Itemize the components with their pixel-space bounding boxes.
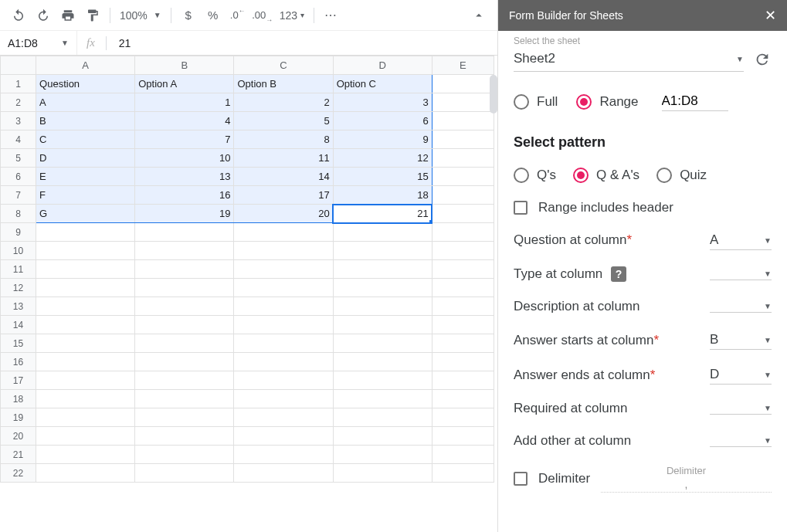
cell-D2[interactable]: 3 bbox=[333, 93, 432, 112]
cell-C15[interactable] bbox=[234, 334, 333, 353]
col-header-B[interactable]: B bbox=[135, 56, 234, 75]
row-header-3[interactable]: 3 bbox=[1, 112, 36, 130]
cell-B2[interactable]: 1 bbox=[135, 93, 234, 112]
cell-C19[interactable] bbox=[234, 408, 333, 427]
cell-D11[interactable] bbox=[333, 260, 432, 279]
col-header-D[interactable]: D bbox=[333, 56, 432, 75]
col-header-A[interactable]: A bbox=[36, 56, 135, 75]
help-icon[interactable]: ? bbox=[611, 266, 626, 282]
cell-A10[interactable] bbox=[36, 242, 135, 260]
row-header-12[interactable]: 12 bbox=[1, 279, 36, 297]
cell-E8[interactable] bbox=[432, 205, 494, 223]
name-box[interactable]: A1:D8 ▼ bbox=[0, 31, 77, 55]
cell-B5[interactable]: 10 bbox=[135, 149, 234, 168]
cell-C18[interactable] bbox=[234, 390, 333, 408]
cell-D10[interactable] bbox=[333, 242, 432, 260]
row-header-1[interactable]: 1 bbox=[1, 75, 36, 93]
row-header-19[interactable]: 19 bbox=[1, 408, 36, 427]
cell-E18[interactable] bbox=[432, 390, 494, 408]
cell-D6[interactable]: 15 bbox=[333, 168, 432, 186]
cell-C7[interactable]: 17 bbox=[234, 186, 333, 205]
row-header-7[interactable]: 7 bbox=[1, 186, 36, 205]
cell-B11[interactable] bbox=[135, 260, 234, 279]
cell-E10[interactable] bbox=[432, 242, 494, 260]
row-header-9[interactable]: 9 bbox=[1, 223, 36, 242]
cell-C3[interactable]: 5 bbox=[234, 112, 333, 130]
paint-format-button[interactable] bbox=[82, 5, 103, 26]
cell-A6[interactable]: E bbox=[36, 168, 135, 186]
row-header-16[interactable]: 16 bbox=[1, 353, 36, 371]
cell-C9[interactable] bbox=[234, 223, 333, 242]
cell-B16[interactable] bbox=[135, 353, 234, 371]
row-header-15[interactable]: 15 bbox=[1, 334, 36, 353]
delimiter-input[interactable]: , bbox=[601, 476, 772, 493]
cell-D9[interactable] bbox=[333, 223, 432, 242]
header-checkbox[interactable]: Range includes header bbox=[514, 200, 772, 215]
cell-B13[interactable] bbox=[135, 297, 234, 316]
cell-E2[interactable] bbox=[432, 93, 494, 112]
row-header-20[interactable]: 20 bbox=[1, 427, 36, 446]
cell-B4[interactable]: 7 bbox=[135, 130, 234, 149]
undo-button[interactable] bbox=[8, 5, 29, 26]
answer-end-col-select[interactable]: D ▼ bbox=[710, 365, 772, 385]
qa-radio[interactable]: Q & A's bbox=[573, 168, 639, 183]
cell-A18[interactable] bbox=[36, 390, 135, 408]
row-header-8[interactable]: 8 bbox=[1, 205, 36, 223]
cell-A20[interactable] bbox=[36, 427, 135, 446]
cell-D19[interactable] bbox=[333, 408, 432, 427]
cell-E20[interactable] bbox=[432, 427, 494, 446]
cell-D14[interactable] bbox=[333, 316, 432, 334]
col-header-C[interactable]: C bbox=[234, 56, 333, 75]
cell-E16[interactable] bbox=[432, 353, 494, 371]
cell-D1[interactable]: Option C bbox=[333, 75, 432, 93]
cell-B1[interactable]: Option A bbox=[135, 75, 234, 93]
range-input[interactable] bbox=[662, 92, 728, 111]
answer-start-col-select[interactable]: B ▼ bbox=[710, 330, 772, 350]
full-radio[interactable]: Full bbox=[514, 94, 558, 110]
cell-B19[interactable] bbox=[135, 408, 234, 427]
cell-D21[interactable] bbox=[333, 446, 432, 464]
cell-D16[interactable] bbox=[333, 353, 432, 371]
print-button[interactable] bbox=[57, 5, 79, 26]
cell-A12[interactable] bbox=[36, 279, 135, 297]
cell-A3[interactable]: B bbox=[36, 112, 135, 130]
cell-B10[interactable] bbox=[135, 242, 234, 260]
question-col-select[interactable]: A ▼ bbox=[710, 231, 772, 250]
cell-E5[interactable] bbox=[432, 149, 494, 168]
cell-C22[interactable] bbox=[234, 464, 333, 483]
row-header-6[interactable]: 6 bbox=[1, 168, 36, 186]
row-header-18[interactable]: 18 bbox=[1, 390, 36, 408]
cell-B18[interactable] bbox=[135, 390, 234, 408]
cell-A8[interactable]: G bbox=[36, 205, 135, 223]
cell-B21[interactable] bbox=[135, 446, 234, 464]
cell-C14[interactable] bbox=[234, 316, 333, 334]
cell-A11[interactable] bbox=[36, 260, 135, 279]
zoom-select[interactable]: 100% ▼ bbox=[117, 9, 165, 22]
cell-E7[interactable] bbox=[432, 186, 494, 205]
cell-A4[interactable]: C bbox=[36, 130, 135, 149]
col-header-E[interactable]: E bbox=[432, 56, 494, 75]
cell-A22[interactable] bbox=[36, 464, 135, 483]
cell-D18[interactable] bbox=[333, 390, 432, 408]
cell-C16[interactable] bbox=[234, 353, 333, 371]
add-other-col-select[interactable]: ▼ bbox=[710, 435, 772, 447]
collapse-toolbar-button[interactable] bbox=[468, 5, 490, 26]
row-header-17[interactable]: 17 bbox=[1, 371, 36, 390]
select-all-corner[interactable] bbox=[1, 56, 36, 75]
row-header-2[interactable]: 2 bbox=[1, 93, 36, 112]
cell-E4[interactable] bbox=[432, 130, 494, 149]
delimiter-checkbox[interactable]: Delimiter bbox=[514, 471, 590, 486]
description-col-select[interactable]: ▼ bbox=[710, 300, 772, 313]
cell-A17[interactable] bbox=[36, 371, 135, 390]
cell-C5[interactable]: 11 bbox=[234, 149, 333, 168]
cell-D8[interactable]: 21 bbox=[333, 205, 432, 223]
cell-C6[interactable]: 14 bbox=[234, 168, 333, 186]
cell-A2[interactable]: A bbox=[36, 93, 135, 112]
cell-B3[interactable]: 4 bbox=[135, 112, 234, 130]
cell-B7[interactable]: 16 bbox=[135, 186, 234, 205]
range-radio[interactable]: Range bbox=[576, 94, 638, 110]
row-header-4[interactable]: 4 bbox=[1, 130, 36, 149]
sheet-select[interactable]: Sheet2 ▼ bbox=[514, 46, 744, 72]
cell-E22[interactable] bbox=[432, 464, 494, 483]
row-header-11[interactable]: 11 bbox=[1, 260, 36, 279]
